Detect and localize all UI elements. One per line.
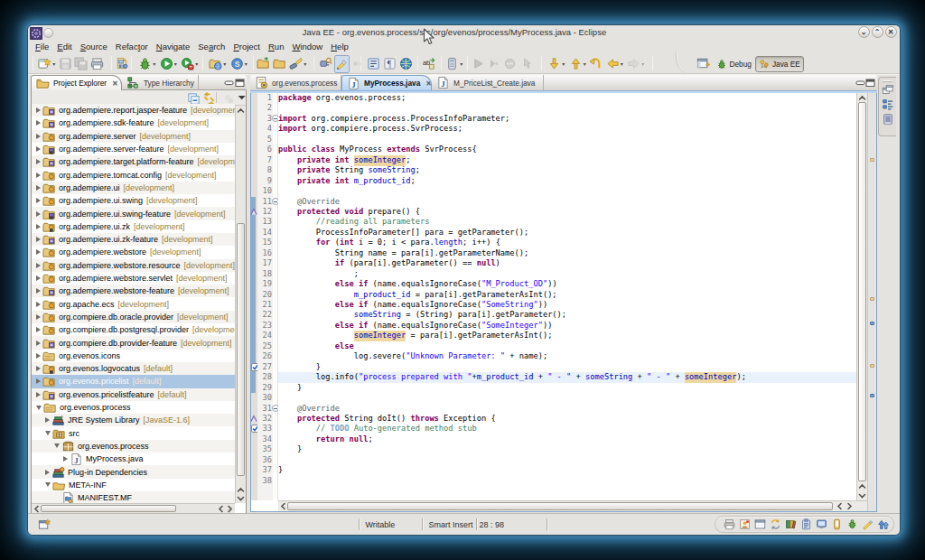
- expander-collapsed-icon[interactable]: [36, 275, 41, 281]
- expander-collapsed-icon[interactable]: [36, 378, 41, 384]
- new-wizard-button[interactable]: ▾: [36, 55, 58, 73]
- last-edit-button[interactable]: [588, 55, 604, 73]
- tree-item-src[interactable]: src: [32, 427, 235, 440]
- dropdown-arrow-icon[interactable]: ▾: [562, 61, 565, 67]
- stop-button[interactable]: [502, 55, 519, 73]
- expander-collapsed-icon[interactable]: [36, 107, 41, 113]
- scroll-left2-icon[interactable]: [835, 501, 845, 511]
- menu-project[interactable]: Project: [229, 41, 265, 52]
- editor-tab-myprocess.java[interactable]: JMyProcess.java✕: [341, 75, 432, 90]
- close-tab-icon[interactable]: ✕: [425, 79, 432, 88]
- menu-file[interactable]: File: [32, 41, 53, 52]
- externalize-strings-button[interactable]: ab: [421, 55, 437, 73]
- dropdown-arrow-icon[interactable]: ▾: [195, 61, 198, 67]
- run-button[interactable]: ▾: [158, 55, 180, 73]
- tree-item-org.adempiere.ui.zk[interactable]: org.adempiere.ui.zk[development]: [32, 220, 235, 233]
- library-tray-icon[interactable]: [781, 518, 797, 530]
- restore-view-icon[interactable]: [882, 84, 894, 97]
- expander-collapsed-icon[interactable]: [45, 417, 50, 423]
- back-button[interactable]: ▾: [604, 55, 626, 73]
- titlebar[interactable]: Java EE - org.evenos.process/src/org/eve…: [28, 25, 900, 42]
- mark-occurrences-button[interactable]: [334, 55, 350, 73]
- arrows-up-tray-icon[interactable]: [874, 518, 889, 530]
- tree-item-plug-in-dependencies[interactable]: Plug-in Dependencies: [32, 465, 235, 478]
- perspective-java-ee[interactable]: Java EE: [755, 56, 804, 72]
- menu-navigate[interactable]: Navigate: [152, 41, 194, 52]
- dot-button[interactable]: [350, 55, 366, 73]
- tree-item-manifest.mf[interactable]: MANIFEST.MF: [32, 491, 235, 503]
- tree-item-org.adempiere.server-feature[interactable]: org.adempiere.server-feature[development…: [32, 143, 235, 155]
- menu-source[interactable]: Source: [76, 41, 111, 52]
- scroll-up-icon[interactable]: [236, 106, 246, 116]
- minimize-editor-icon[interactable]: [855, 79, 865, 87]
- task-overview-marker[interactable]: [870, 322, 874, 325]
- dropdown-arrow-icon[interactable]: ▾: [174, 61, 177, 67]
- occurrence-overview-marker[interactable]: [870, 364, 874, 368]
- minimize-button[interactable]: ⌄: [858, 26, 870, 38]
- tree-item-org.evenos.process[interactable]: org.evenos.process: [32, 401, 235, 414]
- occurrence-overview-marker[interactable]: [870, 158, 874, 162]
- maximize-view-icon[interactable]: [235, 79, 245, 87]
- menu-refactor[interactable]: Refactor: [111, 41, 152, 52]
- maximize-editor-icon[interactable]: [865, 79, 875, 87]
- scrollbar-thumb[interactable]: [41, 505, 176, 512]
- dropdown-arrow-icon[interactable]: ▾: [223, 61, 226, 67]
- task-overview-marker[interactable]: [870, 394, 874, 397]
- tree-item-org.adempiere.target.platform-feature[interactable]: org.adempiere.target.platform-feature[de…: [32, 155, 235, 168]
- expander-expanded-icon[interactable]: [45, 482, 51, 487]
- scrollbar-thumb[interactable]: [858, 102, 866, 481]
- editor-horizontal-scrollbar[interactable]: [278, 500, 856, 511]
- open-perspective-button[interactable]: [696, 56, 710, 71]
- expander-collapsed-icon[interactable]: [36, 327, 41, 332]
- tree-item-org.adempiere.server[interactable]: org.adempiere.server[development]: [32, 130, 235, 143]
- save-button[interactable]: [58, 55, 74, 73]
- scroll-down-icon[interactable]: [857, 490, 867, 500]
- tree-item-org.adempiere.report.jasper-feature[interactable]: org.adempiere.report.jasper-feature[deve…: [32, 104, 235, 117]
- web-browser-button[interactable]: [398, 55, 415, 73]
- expander-collapsed-icon[interactable]: [36, 173, 41, 178]
- window-tray-icon[interactable]: [751, 518, 766, 530]
- forward-button[interactable]: ▾: [625, 55, 647, 73]
- tree-item-org.adempiere.tomcat.config[interactable]: org.adempiere.tomcat.config[development]: [32, 169, 235, 182]
- occurrence-overview-marker[interactable]: [870, 297, 874, 301]
- device-tray-icon[interactable]: [827, 518, 843, 530]
- expander-collapsed-icon[interactable]: [36, 302, 41, 307]
- expander-collapsed-icon[interactable]: [36, 120, 41, 126]
- expander-collapsed-icon[interactable]: [36, 392, 41, 397]
- tree-item-org.adempiere.ui.swing[interactable]: org.adempiere.ui.swing[development]: [32, 194, 235, 207]
- dropdown-arrow-icon[interactable]: ▾: [584, 61, 586, 67]
- scrollbar-thumb[interactable]: [287, 502, 833, 510]
- expander-collapsed-icon[interactable]: [36, 159, 41, 164]
- expander-collapsed-icon[interactable]: [36, 146, 41, 152]
- dropdown-arrow-icon[interactable]: ▾: [641, 61, 644, 67]
- pointer-button[interactable]: [519, 55, 535, 73]
- tree-item-org.compiere.db.postgresql.provider[interactable]: org.compiere.db.postgresql.provider[deve…: [32, 323, 235, 336]
- scrollbar-thumb[interactable]: [237, 223, 245, 476]
- tree-item-org.compiere.db.provider-feature[interactable]: org.compiere.db.provider-feature[develop…: [32, 336, 235, 349]
- scroll-right-icon[interactable]: [845, 501, 855, 511]
- expander-expanded-icon[interactable]: [36, 406, 42, 410]
- bug-tray-icon[interactable]: [843, 518, 858, 530]
- explorer-horizontal-scrollbar[interactable]: [32, 503, 235, 513]
- menu-help[interactable]: Help: [327, 41, 353, 52]
- close-tab-icon[interactable]: ✕: [112, 79, 118, 88]
- tree-item-org.evenos.logvocatus[interactable]: org.evenos.logvocatus[default]: [32, 362, 235, 375]
- expander-collapsed-icon[interactable]: [45, 470, 50, 475]
- tree-item-org.evenos.pricelistfeature[interactable]: org.evenos.pricelistfeature[default]: [32, 388, 235, 401]
- monitor-tray-icon[interactable]: [812, 518, 827, 530]
- expander-collapsed-icon[interactable]: [36, 211, 41, 217]
- show-whitespace-button[interactable]: ¶: [382, 55, 398, 73]
- new-servlet-button[interactable]: S▾: [229, 55, 250, 73]
- dropdown-arrow-icon[interactable]: ▾: [621, 61, 623, 67]
- expander-collapsed-icon[interactable]: [36, 353, 41, 359]
- step-button[interactable]: [487, 55, 503, 73]
- tree-item-org.adempiere.webstore[interactable]: org.adempiere.webstore[development]: [32, 246, 235, 258]
- window-menu-button[interactable]: [43, 28, 53, 38]
- show-source-button[interactable]: [366, 55, 382, 73]
- editor-tab-org.evenos.process[interactable]: org.evenos.process: [250, 75, 341, 90]
- tree-item-myprocess.java[interactable]: JMyProcess.java: [32, 453, 235, 465]
- external-tools-button[interactable]: ▾: [179, 55, 201, 73]
- menu-edit[interactable]: Edit: [53, 41, 76, 52]
- tree-item-org.apache.ecs[interactable]: org.apache.ecs[development]: [32, 298, 235, 311]
- expander-collapsed-icon[interactable]: [63, 456, 68, 462]
